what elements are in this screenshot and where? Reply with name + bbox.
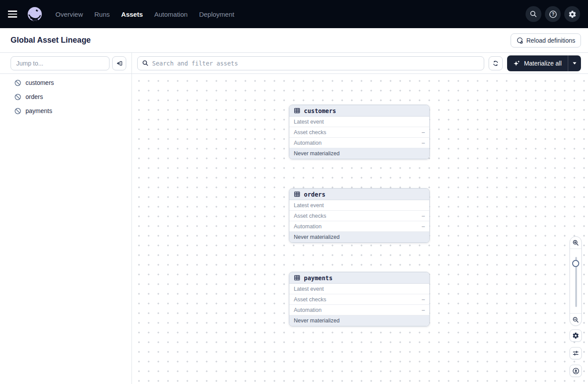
sidebar-item-orders[interactable]: orders [0, 90, 131, 104]
asset-search-box [137, 56, 484, 70]
asset-node-title: payments [304, 274, 332, 282]
help-icon[interactable]: ? [545, 6, 561, 22]
page-header: Global Asset Lineage Reload definitions [0, 28, 588, 53]
zoom-out-icon [572, 316, 579, 323]
recenter-view-button[interactable] [570, 365, 582, 377]
zoom-slider-thumb[interactable] [572, 260, 579, 267]
zoom-control [570, 236, 582, 326]
asset-sidebar: customers orders p [0, 53, 132, 384]
refresh-button[interactable] [489, 56, 503, 70]
graph-filters-button[interactable] [570, 347, 582, 359]
zoom-slider[interactable] [570, 249, 581, 313]
asset-node-title: customers [304, 107, 336, 114]
refresh-icon [492, 60, 499, 67]
dagster-app: Overview Runs Assets Automation Deployme… [0, 0, 588, 384]
nav-right-actions: ? [526, 6, 580, 22]
content: customers orders p [0, 53, 588, 384]
dagster-logo[interactable] [27, 7, 42, 22]
asset-node-row-automation: Automation– [289, 305, 429, 315]
top-nav: Overview Runs Assets Automation Deployme… [0, 0, 588, 28]
collapse-panel-icon [116, 60, 123, 67]
lineage-main: Materialize all [132, 53, 588, 384]
collapse-sidebar-button[interactable] [112, 56, 126, 70]
asset-item-label: customers [26, 79, 54, 86]
zoom-in-icon [572, 239, 579, 246]
asset-node-header: orders [289, 189, 429, 200]
reload-definitions-icon [516, 37, 523, 44]
nav-item-deployment[interactable]: Deployment [197, 8, 236, 21]
search-icon [142, 60, 149, 66]
graph-settings-button[interactable] [570, 329, 582, 342]
materialize-all-label: Materialize all [524, 60, 562, 67]
asset-item-label: payments [26, 107, 52, 114]
asset-hidden-icon [14, 79, 22, 87]
nav-item-assets[interactable]: Assets [120, 8, 145, 21]
jump-to-input[interactable] [11, 56, 110, 70]
asset-node-row-asset-checks: Asset checks– [289, 127, 429, 138]
lineage-toolbar: Materialize all [132, 53, 588, 74]
asset-node-row-asset-checks: Asset checks– [289, 294, 429, 305]
menu-icon[interactable] [8, 8, 20, 20]
asset-node-header: payments [289, 272, 429, 284]
materialize-options-button[interactable] [568, 55, 581, 71]
asset-node-orders[interactable]: orders Latest event Asset checks– Automa… [289, 188, 430, 243]
table-icon [294, 191, 300, 197]
table-icon [294, 274, 300, 281]
asset-search-input[interactable] [152, 60, 479, 67]
asset-node-header: customers [289, 105, 429, 117]
page-title: Global Asset Lineage [11, 36, 91, 45]
table-icon [294, 107, 300, 114]
asset-node-row-automation: Automation– [289, 221, 429, 232]
asset-node-customers[interactable]: customers Latest event Asset checks– Aut… [289, 105, 430, 159]
reload-definitions-label: Reload definitions [526, 37, 575, 44]
asset-hidden-icon [14, 107, 22, 115]
sidebar-toolbar [0, 53, 131, 74]
asset-node-title: orders [304, 191, 325, 198]
zoom-out-button[interactable] [570, 313, 581, 325]
asset-list: customers orders p [0, 74, 131, 118]
asset-node-row-latest-event: Latest event [289, 200, 429, 211]
asset-hidden-icon [14, 93, 22, 101]
search-icon[interactable] [526, 6, 541, 22]
svg-text:?: ? [551, 12, 554, 17]
asset-node-status: Never materialized [289, 148, 429, 159]
asset-node-status: Never materialized [289, 232, 429, 242]
settings-gear-icon [572, 332, 579, 339]
nav-item-automation[interactable]: Automation [153, 8, 190, 21]
asset-node-row-latest-event: Latest event [289, 117, 429, 127]
asset-node-row-latest-event: Latest event [289, 284, 429, 294]
reload-definitions-button[interactable]: Reload definitions [511, 33, 581, 48]
sidebar-item-customers[interactable]: customers [0, 76, 131, 90]
caret-down-icon [573, 62, 577, 65]
filters-icon [572, 350, 579, 357]
asset-item-label: orders [26, 93, 43, 100]
asset-node-status: Never materialized [289, 315, 429, 326]
materialize-all-split-button: Materialize all [507, 55, 581, 71]
sidebar-item-payments[interactable]: payments [0, 104, 131, 118]
asset-node-row-asset-checks: Asset checks– [289, 211, 429, 221]
materialize-all-button[interactable]: Materialize all [507, 55, 568, 71]
nav-item-overview[interactable]: Overview [54, 8, 85, 21]
recenter-icon [572, 367, 580, 375]
lineage-graph-canvas[interactable]: customers Latest event Asset checks– Aut… [132, 74, 588, 384]
primary-nav-links: Overview Runs Assets Automation Deployme… [54, 8, 236, 21]
asset-node-row-automation: Automation– [289, 138, 429, 148]
settings-icon[interactable] [564, 6, 580, 22]
asset-node-payments[interactable]: payments Latest event Asset checks– Auto… [289, 272, 430, 326]
sparkles-icon [513, 60, 520, 67]
nav-item-runs[interactable]: Runs [93, 8, 112, 21]
zoom-in-button[interactable] [570, 237, 581, 249]
